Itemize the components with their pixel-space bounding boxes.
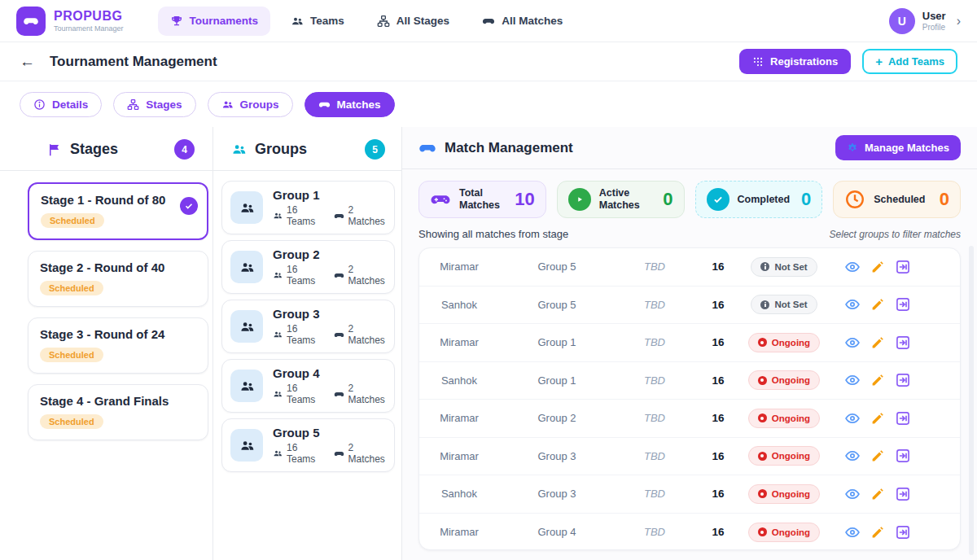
view-match-button[interactable] [844, 524, 861, 540]
table-row[interactable]: Miramar Group 4 TBD 16 Ongoing [419, 514, 960, 551]
top-navbar: PROPUBG Tournament Manager Tournaments T… [0, 0, 977, 42]
enter-match-button[interactable] [895, 372, 911, 388]
match-stats: Total Matches 10 Active Matches 0 Comple… [418, 181, 961, 218]
enter-match-button[interactable] [895, 335, 911, 351]
group-title: Group 4 [273, 366, 386, 380]
groups-count-badge: 5 [365, 139, 385, 160]
match-group: Group 5 [499, 260, 615, 273]
teams-icon [273, 330, 283, 339]
view-match-button[interactable] [844, 486, 861, 502]
match-map: Sanhok [419, 488, 499, 500]
add-teams-button[interactable]: + Add Teams [862, 49, 957, 74]
group-card-2[interactable]: Group 2 16 Teams 2 Matches [221, 240, 395, 294]
record-dot-icon [758, 489, 767, 498]
nav-item-all-matches[interactable]: All Matches [470, 7, 575, 36]
table-row[interactable]: Miramar Group 3 TBD 16 Ongoing [419, 438, 960, 476]
nav-label: Teams [310, 15, 344, 27]
view-match-button[interactable] [844, 410, 861, 427]
nav-item-teams[interactable]: Teams [278, 7, 357, 36]
gamepad-icon [318, 98, 331, 111]
registrations-button[interactable]: Registrations [739, 49, 851, 74]
table-row[interactable]: Sanhok Group 5 TBD 16 Not Set [419, 287, 960, 325]
view-match-button[interactable] [844, 448, 861, 464]
view-match-button[interactable] [844, 372, 861, 388]
tab-label: Matches [337, 98, 381, 111]
enter-match-button[interactable] [895, 448, 911, 464]
stage-status-badge: Scheduled [40, 281, 103, 295]
match-time: TBD [615, 488, 694, 500]
view-match-button[interactable] [844, 296, 861, 313]
view-match-button[interactable] [844, 335, 861, 351]
table-row[interactable]: Sanhok Group 1 TBD 16 Ongoing [419, 362, 960, 400]
tab-stages[interactable]: Stages [113, 92, 195, 117]
tab-groups[interactable]: Groups [208, 92, 293, 117]
edit-match-button[interactable] [870, 448, 885, 463]
stage-card-1[interactable]: Stage 1 - Round of 80 Scheduled [28, 182, 208, 240]
tab-label: Details [52, 98, 88, 111]
group-card-5[interactable]: Group 5 16 Teams 2 Matches [221, 418, 395, 472]
teams-icon [221, 98, 234, 111]
view-match-button[interactable] [844, 259, 861, 275]
stage-title: Stage 3 - Round of 24 [40, 327, 196, 341]
enter-match-button[interactable] [895, 410, 911, 427]
tab-details[interactable]: Details [20, 92, 102, 117]
enter-match-button[interactable] [895, 486, 911, 502]
nav-label: All Matches [502, 15, 563, 27]
manage-matches-button[interactable]: Manage Matches [835, 135, 961, 160]
group-matches: 2 Matches [348, 442, 387, 465]
groups-list: Group 1 16 Teams 2 Matches Group 2 16 Te… [213, 171, 401, 472]
group-card-1[interactable]: Group 1 16 Teams 2 Matches [221, 181, 395, 234]
stage-card-4[interactable]: Stage 4 - Grand Finals Scheduled [28, 384, 208, 440]
matches-table: Miramar Group 5 TBD 16 Not Set Sanhok Gr… [418, 247, 961, 550]
group-title: Group 5 [273, 426, 386, 440]
edit-match-button[interactable] [870, 297, 885, 312]
gamepad-icon [334, 211, 344, 221]
edit-match-button[interactable] [870, 487, 885, 501]
teams-icon [230, 251, 263, 283]
enter-match-button[interactable] [895, 524, 911, 540]
stage-status-badge: Scheduled [40, 348, 103, 362]
edit-match-button[interactable] [870, 260, 885, 274]
edit-match-button[interactable] [870, 373, 885, 387]
info-icon [760, 262, 769, 271]
table-row[interactable]: Miramar Group 1 TBD 16 Ongoing [419, 324, 960, 362]
record-dot-icon [758, 527, 767, 536]
table-row[interactable]: Miramar Group 5 TBD 16 Not Set [419, 248, 960, 287]
table-row[interactable]: Sanhok Group 3 TBD 16 Ongoing [419, 475, 960, 514]
stage-card-3[interactable]: Stage 3 - Round of 24 Scheduled [28, 317, 208, 374]
enter-match-button[interactable] [895, 296, 911, 313]
stat-active-matches: Active Matches 0 [557, 181, 685, 218]
status-badge: Ongoing [748, 484, 820, 504]
status-badge: Ongoing [748, 409, 820, 428]
match-time: TBD [615, 336, 694, 348]
clock-icon [844, 189, 865, 210]
tab-matches[interactable]: Matches [304, 92, 395, 117]
nav-item-all-stages[interactable]: All Stages [365, 7, 462, 36]
brand-subtitle: Tournament Manager [54, 24, 124, 33]
table-row[interactable]: Miramar Group 2 TBD 16 Ongoing [419, 400, 960, 438]
edit-match-button[interactable] [870, 335, 885, 350]
back-button[interactable]: ← [20, 53, 35, 71]
flag-icon [47, 142, 62, 157]
match-management-header: Match Management Manage Matches [402, 127, 977, 169]
status-badge: Not Set [751, 295, 817, 314]
edit-match-button[interactable] [870, 411, 885, 426]
user-profile-menu[interactable]: U User Profile › [889, 8, 961, 34]
trophy-icon [170, 15, 183, 28]
record-dot-icon [758, 413, 767, 422]
stage-card-2[interactable]: Stage 2 - Round of 40 Scheduled [28, 251, 208, 307]
group-card-4[interactable]: Group 4 16 Teams 2 Matches [221, 359, 395, 413]
edit-match-button[interactable] [870, 525, 885, 540]
match-map: Miramar [419, 412, 499, 424]
content-columns: Stages 4 Stage 1 - Round of 80 Scheduled… [0, 127, 977, 560]
stat-label: Total Matches [459, 187, 505, 212]
group-card-3[interactable]: Group 3 16 Teams 2 Matches [221, 300, 395, 353]
nav-item-tournaments[interactable]: Tournaments [158, 7, 271, 36]
stages-list: Stage 1 - Round of 80 Scheduled Stage 2 … [0, 171, 212, 440]
teams-icon [273, 389, 283, 399]
enter-match-button[interactable] [895, 259, 911, 275]
vertical-scrollbar[interactable] [969, 246, 974, 555]
group-title: Group 3 [273, 307, 386, 321]
add-teams-label: Add Teams [888, 55, 944, 68]
match-management-panel: Match Management Manage Matches Total Ma… [402, 127, 977, 560]
